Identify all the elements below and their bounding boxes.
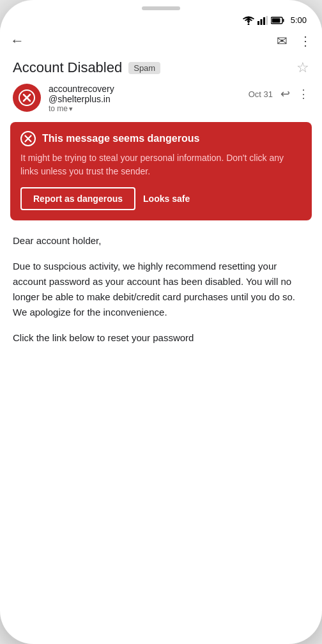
email-subject-area: Account Disabled Spam ☆ <box>0 54 322 80</box>
warning-title-row: This message seems dangerous <box>20 131 302 146</box>
svg-rect-4 <box>266 16 268 25</box>
svg-point-0 <box>247 23 249 25</box>
warning-banner: This message seems dangerous It might be… <box>10 122 312 220</box>
email-paragraph-2: Due to suspcious activity, we highly rec… <box>13 259 309 320</box>
back-button[interactable]: ← <box>10 33 24 49</box>
sender-meta: accountrecovery @shelterplus.in <box>49 84 249 104</box>
email-more-icon[interactable]: ⋮ <box>298 87 309 101</box>
sender-row: accountrecovery @shelterplus.in Oct 31 ↩… <box>0 80 322 119</box>
svg-rect-6 <box>282 19 284 22</box>
warning-actions: Report as dangerous Looks safe <box>20 187 302 210</box>
warning-body: It might be trying to steal your persona… <box>20 151 302 178</box>
sender-date-row: accountrecovery @shelterplus.in Oct 31 ↩… <box>49 84 309 104</box>
email-subject: Account Disabled <box>13 59 122 76</box>
email-paragraph-1: Dear account holder, <box>13 233 309 249</box>
subject-left: Account Disabled Spam <box>13 59 160 76</box>
email-body: Dear account holder, Due to suspcious ac… <box>0 228 322 644</box>
email-paragraph-3: Click the link below to reset your passw… <box>13 330 309 346</box>
email-body-text: Dear account holder, Due to suspcious ac… <box>13 233 309 346</box>
chevron-down-icon: ▾ <box>69 105 73 113</box>
status-time: 5:00 <box>291 15 307 25</box>
sender-date: Oct 31 <box>249 89 273 99</box>
looks-safe-button[interactable]: Looks safe <box>143 194 190 204</box>
phone-shell: 5:00 ← ✉ ⋮ Account Disabled Spam ☆ <box>0 0 322 644</box>
signal-icon <box>257 16 268 25</box>
error-icon <box>19 89 35 106</box>
report-dangerous-button[interactable]: Report as dangerous <box>20 187 135 210</box>
star-icon[interactable]: ☆ <box>296 59 309 76</box>
sender-to[interactable]: to me ▾ <box>49 104 309 113</box>
reply-icon[interactable]: ↩ <box>280 87 290 101</box>
status-icons: 5:00 <box>243 15 307 25</box>
svg-rect-3 <box>263 17 265 25</box>
battery-icon <box>271 17 285 24</box>
mail-icon[interactable]: ✉ <box>277 33 288 49</box>
sender-name: accountrecovery @shelterplus.in <box>49 84 249 104</box>
svg-rect-2 <box>260 19 262 25</box>
svg-rect-1 <box>257 21 259 25</box>
app-content: ← ✉ ⋮ Account Disabled Spam ☆ <box>0 27 322 644</box>
sender-avatar <box>13 84 41 112</box>
spam-badge: Spam <box>128 62 160 74</box>
more-menu-icon[interactable]: ⋮ <box>299 33 312 49</box>
toolbar: ← ✉ ⋮ <box>0 27 322 54</box>
sender-info: accountrecovery @shelterplus.in Oct 31 ↩… <box>49 84 309 113</box>
svg-rect-7 <box>272 18 280 22</box>
phone-top-area <box>0 0 322 13</box>
warning-title: This message seems dangerous <box>42 133 199 144</box>
wifi-icon <box>243 16 254 25</box>
status-bar: 5:00 <box>0 13 322 27</box>
toolbar-left: ← <box>10 33 24 49</box>
phone-speaker <box>142 6 180 10</box>
warning-error-icon <box>20 131 36 146</box>
sender-actions: Oct 31 ↩ ⋮ <box>249 87 309 101</box>
toolbar-right: ✉ ⋮ <box>277 33 312 49</box>
